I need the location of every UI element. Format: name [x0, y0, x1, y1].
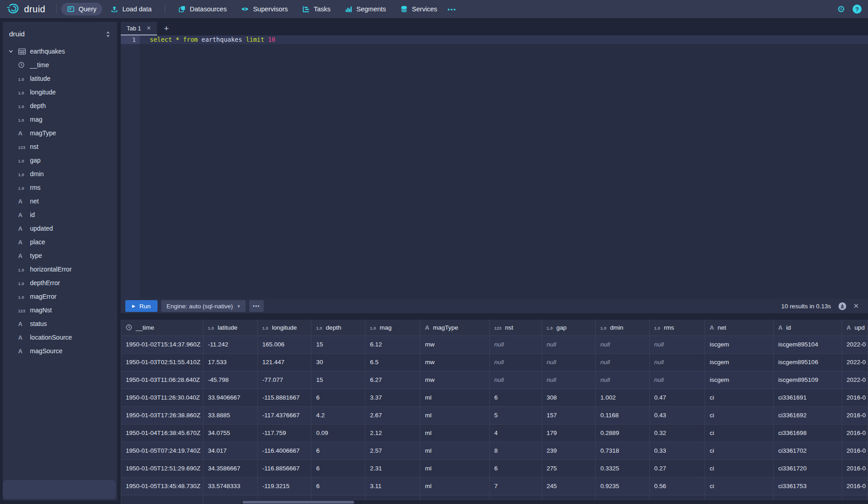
- table-cell[interactable]: null: [649, 336, 705, 353]
- table-cell[interactable]: 1950-01-03T02:51:55.410Z: [121, 353, 203, 371]
- table-cell[interactable]: iscgem: [705, 336, 774, 353]
- table-cell[interactable]: -115.8881667: [257, 389, 311, 406]
- column-header-nst[interactable]: 123nst: [489, 320, 542, 336]
- table-cell[interactable]: 6: [311, 389, 365, 406]
- tab-query-1[interactable]: Tab 1 ✕: [121, 22, 157, 35]
- table-cell[interactable]: 34.3586667: [203, 460, 257, 477]
- table-cell[interactable]: 2022-0: [842, 353, 868, 371]
- table-cell[interactable]: null: [596, 353, 649, 371]
- add-tab-button[interactable]: +: [157, 22, 176, 35]
- column-header-upd[interactable]: Aupd: [842, 320, 868, 336]
- table-cell[interactable]: 1950-01-05T13:45:48.730Z: [121, 477, 203, 495]
- table-cell[interactable]: 2016-0: [842, 424, 868, 442]
- nav-item-datasources[interactable]: Datasources: [173, 3, 232, 15]
- close-tab-icon[interactable]: ✕: [147, 25, 151, 31]
- sidebar-column-magNst[interactable]: 123magNst: [3, 303, 117, 317]
- editor-code-area[interactable]: select * from earthquakes limit 10: [140, 35, 868, 299]
- table-cell[interactable]: 275: [542, 460, 596, 477]
- table-cell[interactable]: 15: [311, 336, 365, 353]
- nav-item-segments[interactable]: Segments: [339, 3, 392, 15]
- table-cell[interactable]: ci: [705, 389, 774, 406]
- column-header-gap[interactable]: 1.0gap: [542, 320, 596, 336]
- table-cell[interactable]: 1950-01-05T07:24:19.740Z: [121, 442, 203, 460]
- sidebar-column-id[interactable]: Aid: [3, 208, 117, 222]
- column-header-latitude[interactable]: 1.0latitude: [203, 320, 257, 336]
- table-cell[interactable]: ci: [705, 424, 774, 442]
- sidebar-column-locationSource[interactable]: AlocationSource: [3, 331, 117, 344]
- table-cell[interactable]: 2022-0: [842, 371, 868, 389]
- table-cell[interactable]: 2.12: [365, 424, 420, 442]
- table-cell[interactable]: ci: [705, 406, 774, 424]
- table-cell[interactable]: -117.4376667: [257, 406, 311, 424]
- table-cell[interactable]: iscgem895109: [774, 371, 842, 389]
- table-cell[interactable]: 6.12: [365, 336, 420, 353]
- table-cell[interactable]: 15: [311, 371, 365, 389]
- column-header-net[interactable]: Anet: [705, 320, 774, 336]
- table-cell[interactable]: iscgem895104: [774, 336, 842, 353]
- nav-item-load-data[interactable]: Load data: [105, 3, 158, 15]
- table-cell[interactable]: iscgem: [705, 371, 774, 389]
- table-cell[interactable]: null: [542, 336, 596, 353]
- column-header-mag[interactable]: 1.0mag: [365, 320, 420, 336]
- table-cell[interactable]: 2.31: [365, 460, 420, 477]
- sidebar-column-latitude[interactable]: 1.0latitude: [3, 72, 117, 85]
- table-cell[interactable]: 1950-01-04T16:38:45.670Z: [121, 424, 203, 442]
- table-cell[interactable]: 34.0755: [203, 424, 257, 442]
- sidebar-column-magError[interactable]: 1.0magError: [3, 290, 117, 303]
- table-cell[interactable]: 0.1168: [596, 406, 649, 424]
- column-header-magType[interactable]: AmagType: [420, 320, 489, 336]
- table-cell[interactable]: 6: [489, 460, 542, 477]
- table-cell[interactable]: 2.67: [365, 406, 420, 424]
- nav-item-tasks[interactable]: Tasks: [296, 3, 336, 15]
- table-cell[interactable]: 1.002: [596, 389, 649, 406]
- table-cell[interactable]: 308: [542, 389, 596, 406]
- table-cell[interactable]: 6.5: [365, 353, 420, 371]
- sidebar-column-depthError[interactable]: 1.0depthError: [3, 276, 117, 290]
- table-cell[interactable]: ci3361753: [774, 477, 842, 495]
- table-cell[interactable]: ci3361692: [774, 406, 842, 424]
- table-cell[interactable]: 0.33: [649, 442, 705, 460]
- help-icon[interactable]: ?: [853, 5, 862, 14]
- table-cell[interactable]: 157: [542, 406, 596, 424]
- nav-item-query[interactable]: Query: [61, 3, 103, 15]
- table-cell[interactable]: 121.447: [257, 353, 311, 371]
- table-cell[interactable]: ci: [705, 460, 774, 477]
- sidebar-table-earthquakes[interactable]: earthquakes: [3, 44, 117, 58]
- table-cell[interactable]: null: [649, 353, 705, 371]
- gear-icon[interactable]: ⚙: [837, 5, 845, 14]
- table-cell[interactable]: 0.56: [649, 477, 705, 495]
- sidebar-column-longitude[interactable]: 1.0longitude: [3, 85, 117, 99]
- sidebar-column-dmin[interactable]: 1.0dmin: [3, 167, 117, 181]
- table-cell[interactable]: 2016-0: [842, 460, 868, 477]
- table-cell[interactable]: 6.27: [365, 371, 420, 389]
- table-cell[interactable]: 1950-01-02T15:14:37.960Z: [121, 336, 203, 353]
- sidebar-column-gap[interactable]: 1.0gap: [3, 153, 117, 167]
- table-cell[interactable]: ci: [705, 442, 774, 460]
- sidebar-column-updated[interactable]: Aupdated: [3, 222, 117, 235]
- nav-item-supervisors[interactable]: Supervisors: [235, 3, 294, 15]
- table-cell[interactable]: 6: [489, 389, 542, 406]
- table-cell[interactable]: mw: [420, 336, 489, 353]
- sidebar-column-place[interactable]: Aplace: [3, 235, 117, 249]
- sidebar-column-rms[interactable]: 1.0rms: [3, 181, 117, 194]
- table-cell[interactable]: ci3361691: [774, 389, 842, 406]
- query-more-button[interactable]: •••: [249, 300, 264, 312]
- column-header-id[interactable]: Aid: [774, 320, 842, 336]
- table-cell[interactable]: 245: [542, 477, 596, 495]
- sidebar-column-depth[interactable]: 1.0depth: [3, 99, 117, 113]
- sidebar-column-magType[interactable]: AmagType: [3, 126, 117, 140]
- table-cell[interactable]: 5: [489, 406, 542, 424]
- table-cell[interactable]: 8: [489, 442, 542, 460]
- table-cell[interactable]: 33.5748333: [203, 477, 257, 495]
- table-cell[interactable]: 0.27: [649, 460, 705, 477]
- table-cell[interactable]: 1950-01-03T11:06:28.640Z: [121, 371, 203, 389]
- table-cell[interactable]: ml: [420, 406, 489, 424]
- engine-select-button[interactable]: Engine: auto (sql-native) ▾: [161, 300, 246, 312]
- table-cell[interactable]: 0.32: [649, 424, 705, 442]
- sql-query-line[interactable]: select * from earthquakes limit 10: [140, 35, 868, 44]
- sidebar-column-nst[interactable]: 123nst: [3, 140, 117, 153]
- nav-item-services[interactable]: Services: [395, 3, 443, 15]
- column-header-__time[interactable]: __time: [121, 320, 203, 336]
- table-cell[interactable]: ml: [420, 424, 489, 442]
- druid-brand[interactable]: druid: [6, 2, 45, 16]
